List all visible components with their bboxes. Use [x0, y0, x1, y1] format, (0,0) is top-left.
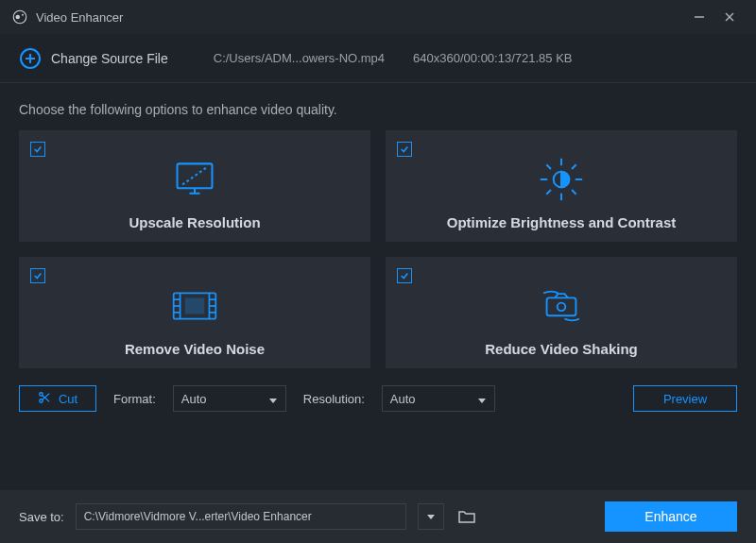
- enhance-button[interactable]: Enhance: [605, 501, 737, 532]
- controls-row: Cut Format: Auto Resolution: Auto Previe…: [0, 368, 756, 412]
- browse-folder-button[interactable]: [455, 505, 478, 528]
- option-reduce-shaking[interactable]: Reduce Video Shaking: [386, 257, 737, 368]
- cut-button[interactable]: Cut: [19, 385, 96, 412]
- svg-point-35: [40, 399, 43, 402]
- checkbox-icon[interactable]: [30, 268, 45, 283]
- checkbox-icon[interactable]: [30, 142, 45, 157]
- enhance-label: Enhance: [644, 509, 696, 524]
- source-file-meta: 640x360/00:00:13/721.85 KB: [413, 51, 572, 65]
- chevron-down-icon: [268, 394, 278, 403]
- svg-marker-38: [269, 399, 277, 403]
- svg-line-19: [572, 190, 576, 195]
- resolution-value: Auto: [390, 392, 416, 406]
- option-label: Upscale Resolution: [129, 214, 260, 230]
- option-remove-noise[interactable]: Remove Video Noise: [19, 257, 370, 368]
- svg-rect-32: [547, 297, 576, 315]
- option-label: Reduce Video Shaking: [485, 341, 637, 357]
- format-value: Auto: [181, 392, 207, 406]
- options-grid: Upscale Resolution Optimize Brightness a…: [0, 130, 756, 368]
- svg-point-34: [40, 392, 43, 396]
- app-title: Video Enhancer: [36, 10, 123, 25]
- resolution-select[interactable]: Auto: [382, 385, 495, 412]
- option-optimize-brightness[interactable]: Optimize Brightness and Contrast: [386, 130, 737, 242]
- add-source-icon[interactable]: [19, 47, 42, 70]
- cut-label: Cut: [59, 392, 77, 406]
- svg-point-1: [16, 15, 21, 20]
- source-file-path: C:/Users/ADM...owers-NO.mp4: [214, 51, 385, 65]
- scissors-icon: [38, 391, 51, 407]
- minimize-button[interactable]: [684, 2, 714, 32]
- instruction-text: Choose the following options to enhance …: [0, 83, 756, 130]
- svg-line-10: [182, 167, 207, 184]
- save-path-dropdown[interactable]: [418, 503, 444, 530]
- footer-bar: Save to: C:\Vidmore\Vidmore V...erter\Vi…: [0, 490, 756, 543]
- brightness-icon: [539, 158, 584, 201]
- save-path-value: C:\Vidmore\Vidmore V...erter\Video Enhan…: [84, 510, 312, 523]
- svg-point-33: [558, 303, 566, 312]
- resolution-label: Resolution:: [303, 392, 365, 406]
- chevron-down-icon: [477, 394, 487, 403]
- camera-shake-icon: [539, 284, 584, 328]
- option-label: Remove Video Noise: [125, 341, 265, 357]
- checkbox-icon[interactable]: [397, 142, 412, 157]
- film-noise-icon: [172, 284, 217, 328]
- option-upscale-resolution[interactable]: Upscale Resolution: [19, 130, 370, 242]
- svg-marker-39: [478, 399, 486, 403]
- save-to-label: Save to:: [19, 510, 64, 524]
- format-select[interactable]: Auto: [173, 385, 286, 412]
- svg-rect-31: [185, 297, 205, 314]
- title-bar: Video Enhancer: [0, 0, 756, 34]
- svg-line-20: [572, 164, 576, 169]
- change-source-button[interactable]: Change Source File: [51, 51, 168, 66]
- format-label: Format:: [113, 392, 156, 406]
- close-button[interactable]: [714, 2, 745, 32]
- option-label: Optimize Brightness and Contrast: [447, 214, 677, 230]
- svg-point-2: [22, 14, 24, 16]
- svg-line-18: [546, 164, 551, 169]
- monitor-upscale-icon: [172, 158, 217, 201]
- preview-label: Preview: [663, 392, 707, 406]
- svg-marker-40: [427, 515, 435, 519]
- app-logo-icon: [11, 8, 28, 25]
- preview-button[interactable]: Preview: [633, 385, 737, 412]
- svg-line-21: [546, 190, 551, 195]
- save-path-input[interactable]: C:\Vidmore\Vidmore V...erter\Video Enhan…: [76, 503, 406, 530]
- source-file-row: Change Source File C:/Users/ADM...owers-…: [0, 34, 756, 83]
- checkbox-icon[interactable]: [397, 268, 412, 283]
